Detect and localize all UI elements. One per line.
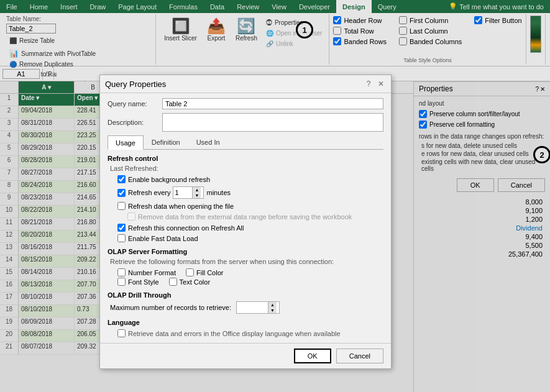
refresh-connection-row[interactable]: Refresh this connection on Refresh All [108,223,383,232]
last-refreshed: Last Refreshed: [110,165,383,172]
enable-background-check[interactable] [117,175,126,183]
refresh-control-section: Refresh control Last Refreshed: Enable b… [108,155,383,243]
refresh-control-title: Refresh control [108,155,383,162]
qp-name-input[interactable] [162,98,383,109]
tab-usage[interactable]: Usage [108,135,144,150]
remove-data-check[interactable] [127,212,135,221]
refresh-minutes-input[interactable] [173,188,192,197]
qp-title: Query Properties [105,80,166,89]
olap-title: OLAP Server Formatting [108,248,383,255]
qp-body: Query name: Description: Usage Definitio… [100,93,391,343]
qp-cancel-btn[interactable]: Cancel [336,349,383,363]
number-format-row[interactable]: Number Format [117,268,176,277]
language-title: Language [108,319,383,326]
qp-close-btn[interactable]: ✕ [376,79,386,89]
language-section: Language Retrieve data and errors in the… [108,319,383,338]
qp-titlebar: Query Properties ? ✕ [100,75,391,93]
refresh-minutes-spinner[interactable]: ▲ ▼ [173,186,204,199]
remove-data-row[interactable]: Remove data from the external data range… [108,212,383,221]
spin-down[interactable]: ▼ [192,193,201,198]
enable-fast-load-row[interactable]: Enable Fast Data Load [108,234,383,243]
query-properties-dialog: Query Properties ? ✕ Query name: Descrip… [99,75,392,369]
tab-used-in[interactable]: Used In [188,135,228,149]
olap-formatting-section: OLAP Server Formatting Retrieve the foll… [108,248,383,286]
refresh-on-open-row[interactable]: Refresh data when opening the file [108,201,383,211]
max-records-input[interactable] [237,303,268,312]
spin-up[interactable]: ▲ [192,187,201,193]
number-format-check[interactable] [117,268,126,276]
fill-color-check[interactable] [186,268,194,276]
refresh-on-open-check[interactable] [117,202,126,210]
olap-drill-title: OLAP Drill Through [108,291,383,299]
text-color-row[interactable]: Text Color [169,277,211,286]
max-records-label: Maximum number of records to retrieve: [110,304,231,311]
olap-desc: Retrieve the following formats from the … [110,258,383,265]
qp-ok-btn[interactable]: OK [294,349,331,363]
max-spin-up[interactable]: ▲ [268,302,277,308]
qp-name-label: Query name: [108,100,157,107]
refresh-every-check[interactable] [117,189,126,197]
language-row[interactable]: Retrieve data and errors in the Office d… [108,329,383,338]
qp-question-btn[interactable]: ? [364,79,374,89]
refresh-every-row[interactable]: Refresh every ▲ ▼ minutes [108,186,383,199]
language-check[interactable] [117,329,126,337]
fill-color-row[interactable]: Fill Color [186,268,223,277]
font-style-check[interactable] [117,278,126,286]
tab-definition[interactable]: Definition [144,135,188,149]
qp-desc-label: Description: [108,119,157,126]
max-spin-down[interactable]: ▼ [268,308,277,313]
qp-footer: OK Cancel [100,343,391,368]
font-style-row[interactable]: Font Style [117,277,159,286]
enable-fast-load-check[interactable] [117,234,126,242]
dialog-overlay: Query Properties ? ✕ Query name: Descrip… [0,0,550,392]
max-records-spinner[interactable]: ▲ ▼ [236,301,280,314]
text-color-check[interactable] [169,278,177,286]
qp-tabs: Usage Definition Used In [108,135,383,150]
qp-name-row: Query name: [108,98,383,109]
qp-desc-input[interactable] [162,113,383,132]
olap-drill-section: OLAP Drill Through Maximum number of rec… [108,291,383,314]
refresh-connection-check[interactable] [117,224,126,232]
qp-desc-row: Description: [108,113,383,132]
enable-background-row[interactable]: Enable background refresh [108,175,383,184]
